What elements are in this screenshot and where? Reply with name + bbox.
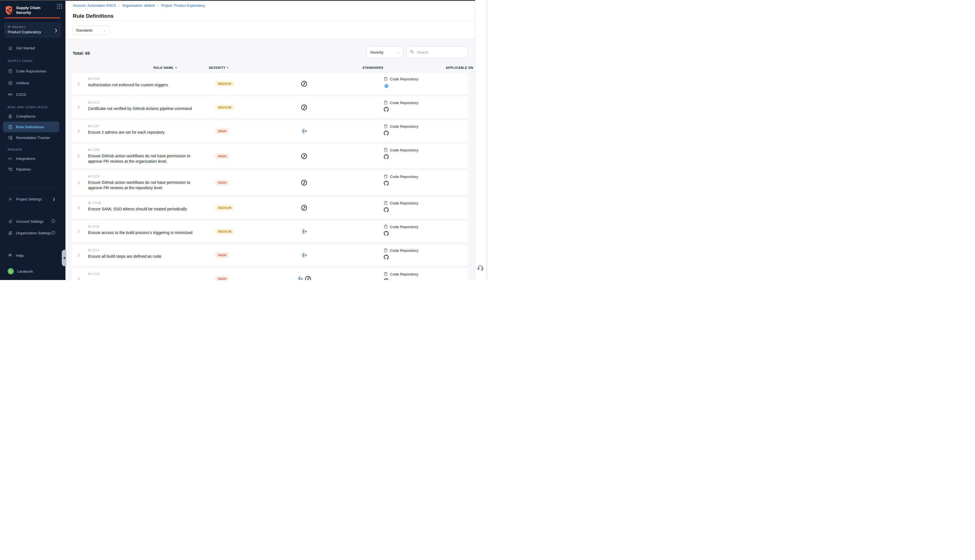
rule-name: Ensure all build steps are defined as co… <box>88 254 161 259</box>
applicable-on-cell: Code Repository <box>383 201 418 212</box>
applicable-on-label: Code Repository <box>390 248 418 253</box>
svg-text:CIS: CIS <box>303 231 307 233</box>
sidebar-item-user[interactable]: L Lavakush <box>3 267 59 276</box>
rule-row[interactable]: Id: 1.3.7Ensure 2 admins are set for eac… <box>72 120 468 142</box>
applicable-on-cell: Code Repository</> <box>383 77 418 88</box>
row-expand-chevron-icon[interactable] <box>76 206 80 210</box>
help-chat-icon: ? <box>8 253 13 258</box>
standards-filter-label: Standards <box>76 28 92 32</box>
artifact-box-icon <box>8 80 13 85</box>
support-headset-icon[interactable] <box>477 264 484 272</box>
rule-row[interactable]: Id: 2.3.5Ensure access to the build proc… <box>72 220 468 242</box>
breadcrumb-project[interactable]: Project: Product Exploratory <box>161 4 205 8</box>
svg-text:CIS: CIS <box>303 130 307 133</box>
rule-row[interactable]: Id: 2.1.2Certificate not verified by Git… <box>72 97 468 118</box>
harness-code-icon: </> <box>384 83 389 88</box>
cis-standard-icon: CIS <box>297 276 304 280</box>
compliance-doc-icon <box>8 113 13 119</box>
sidebar-item-label: Remediation Tracker <box>16 136 50 140</box>
search-input[interactable] <box>416 50 462 55</box>
sidebar-item-organization-settings[interactable]: Organization Settings <box>3 228 59 238</box>
breadcrumb-account[interactable]: Account: Automation-SSCA <box>73 4 116 8</box>
vertical-scrollbar[interactable] <box>486 0 488 280</box>
chevron-down-icon: ⌄ <box>103 28 106 32</box>
github-icon <box>384 278 389 280</box>
sidebar-item-artifacts[interactable]: Artifacts <box>3 78 59 88</box>
app-logo-row[interactable]: Supply Chain Security <box>5 5 61 17</box>
rule-definitions-clipboard-icon <box>8 124 13 130</box>
breadcrumb-organization[interactable]: Organization: default <box>122 4 155 8</box>
column-header-severity[interactable]: SEVERITY <box>209 66 229 69</box>
rule-row[interactable]: Id: 2.3.9Authorization not enforced for … <box>72 73 468 95</box>
column-header-rule-name[interactable]: RULE NAME <box>154 66 177 69</box>
app-title: Supply Chain Security <box>16 5 47 15</box>
row-expand-chevron-icon[interactable] <box>76 154 80 158</box>
sidebar-item-rule-definitions[interactable]: Rule Definitions <box>3 122 59 132</box>
row-expand-chevron-icon[interactable] <box>76 181 80 185</box>
row-expand-chevron-icon[interactable] <box>76 230 80 233</box>
filter-bar: Standards ⌄ <box>65 21 475 39</box>
infinity-icon <box>8 92 13 97</box>
breadcrumb-separator: › <box>157 3 159 8</box>
right-panel-strip <box>475 0 486 280</box>
sidebar-item-integrations[interactable]: Integrations <box>3 154 59 163</box>
provider-icon-wrap: </> <box>384 83 418 88</box>
project-selector[interactable]: PROJECT Product Exploratory ❯ <box>5 23 60 37</box>
info-icon[interactable] <box>51 219 55 224</box>
severity-badge: MEDIUM <box>215 229 234 234</box>
applicable-on-cell: Code Repository <box>383 148 418 159</box>
section-label-manage: MANAGE <box>8 148 22 151</box>
standards-cell: CIS <box>301 252 307 258</box>
sidebar-item-label: Organization Settings <box>16 231 51 235</box>
code-repository-icon <box>383 201 388 205</box>
rule-row[interactable]: Id: 1.2.9Ensure GitHub action workflows … <box>72 170 468 195</box>
provider-icon-wrap <box>384 231 418 236</box>
rule-row[interactable]: Id: 2.3.1Ensure all build steps are defi… <box>72 244 468 266</box>
sidebar-item-project-settings[interactable]: Project Settings ❯ <box>3 194 59 204</box>
row-expand-chevron-icon[interactable] <box>76 253 80 257</box>
info-icon[interactable] <box>51 231 55 235</box>
severity-badge: HIGH <box>215 128 229 134</box>
sidebar-item-label: Integrations <box>16 157 35 161</box>
rule-row[interactable]: Id: 1.2.8Ensure GitHub action workflows … <box>72 144 468 168</box>
standards-cell: CIS <box>301 128 307 135</box>
row-expand-chevron-icon[interactable] <box>76 277 80 280</box>
sidebar-item-cicd[interactable]: CI/CD <box>3 90 59 99</box>
sidebar-item-get-started[interactable]: Get Started <box>3 43 59 53</box>
module-grid-icon[interactable] <box>57 3 63 9</box>
row-expand-chevron-icon[interactable] <box>76 129 80 133</box>
applicable-on-label: Code Repository <box>390 225 418 229</box>
owasp-standard-icon <box>305 276 311 280</box>
sidebar-item-compliance[interactable]: Compliance <box>3 112 59 121</box>
remediation-box-icon <box>8 135 13 140</box>
severity-badge: HIGH <box>215 276 229 280</box>
sidebar-item-label: Compliance <box>16 114 35 118</box>
sidebar-item-label: Account Settings <box>16 219 44 223</box>
svg-text:CIS: CIS <box>299 278 303 280</box>
sidebar-collapse-handle[interactable] <box>62 250 66 266</box>
code-repository-icon <box>383 272 388 276</box>
applicable-on-cell: Code Repository <box>383 124 418 136</box>
svg-text:CIS: CIS <box>303 254 307 257</box>
sidebar-item-pipelines[interactable]: Pipelines <box>3 164 59 174</box>
github-icon <box>384 207 389 212</box>
sidebar-item-help[interactable]: ? Help <box>3 251 59 260</box>
rule-row[interactable]: Id: 1.1.9HIGHCISCode Repository <box>72 268 468 280</box>
supply-chain-security-app: Supply Chain Security PROJECT Product Ex… <box>0 0 488 280</box>
severity-badge: HIGH <box>215 180 229 185</box>
column-header-applicable-on: APPLICABLE ON <box>446 66 473 69</box>
sidebar-item-account-settings[interactable]: Account Settings <box>3 217 59 226</box>
cis-standard-icon: CIS <box>301 228 307 235</box>
severity-filter-dropdown[interactable]: Severity ⌄ <box>366 46 403 58</box>
standards-filter-dropdown[interactable]: Standards ⌄ <box>72 25 109 35</box>
sidebar-item-label: Rule Definitions <box>16 125 44 129</box>
row-expand-chevron-icon[interactable] <box>76 82 80 86</box>
sidebar-item-label: Get Started <box>16 46 35 50</box>
sidebar-item-code-repositories[interactable]: Code Repositories <box>3 66 59 76</box>
sidebar-divider <box>5 211 60 211</box>
row-expand-chevron-icon[interactable] <box>76 105 80 109</box>
sidebar-item-remediation-tracker[interactable]: Remediation Tracker <box>3 133 59 142</box>
severity-badge: MEDIUM <box>215 81 234 87</box>
rule-row[interactable]: Id: 1.3.10Ensure SAML SSO tokens should … <box>72 197 468 219</box>
sidebar: Supply Chain Security PROJECT Product Ex… <box>0 0 65 280</box>
